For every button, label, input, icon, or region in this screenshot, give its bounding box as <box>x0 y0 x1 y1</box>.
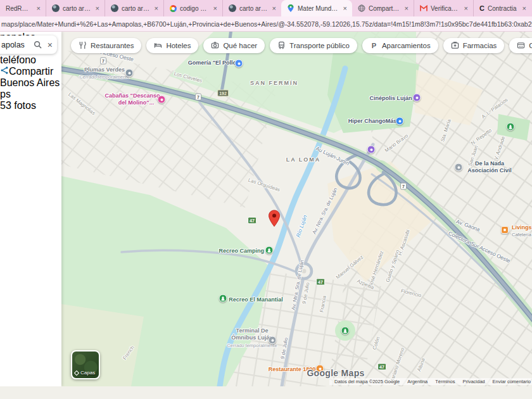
browser-tab-carto-arba-pdf[interactable]: carto arba.pdf× <box>46 0 104 16</box>
attribution-link[interactable]: Términos <box>435 379 455 384</box>
tab-close-icon[interactable]: × <box>342 4 348 12</box>
map-canvas[interactable]: Acceso OestePlumas VerdesCerrado tempora… <box>61 32 532 386</box>
chip-label: Cajeros automáticos <box>529 42 532 49</box>
chip-label: Transporte público <box>289 42 350 49</box>
tab-close-icon[interactable]: × <box>403 4 410 12</box>
search-icon[interactable] <box>30 41 45 49</box>
restaurante-marker[interactable] <box>316 365 324 373</box>
browser-tab-compartir-en-wh[interactable]: Compartir en Wh× <box>352 0 414 16</box>
manantial-marker[interactable] <box>219 294 227 303</box>
tab-label: Compartir en Wh <box>369 5 400 12</box>
chip-qu-hacer[interactable]: Qué hacer <box>203 38 265 53</box>
park-marker[interactable] <box>341 327 350 335</box>
route-shield-192: 192 <box>217 90 229 97</box>
map-pin[interactable] <box>268 210 281 230</box>
hotel-icon <box>154 41 162 51</box>
tab-close-icon[interactable]: × <box>463 4 469 12</box>
tab-label: carto arba.pdf <box>63 5 91 12</box>
livings-marker[interactable] <box>501 226 509 234</box>
browser-tab-redre-max[interactable]: RedRE/MAX× <box>0 0 46 16</box>
cabanas-marker[interactable] <box>158 96 166 104</box>
tab-label: Mater Mundi & L <box>298 5 339 12</box>
desktop-screen: RedRE/MAX×carto arba.pdf×carto arba.pdf×… <box>0 0 532 399</box>
attribution-link[interactable]: Enviar comentario <box>493 379 531 384</box>
chip-farmacias[interactable]: Farmacias <box>443 38 505 53</box>
layers-button[interactable]: Capas <box>71 350 100 379</box>
svg-text:P: P <box>372 41 377 49</box>
browser-tab-contractia[interactable]: CContractia× <box>473 0 531 16</box>
address-bar[interactable]: maps/place/Mater+Mundi+%26+Las+Amapolas,… <box>0 16 532 32</box>
tab-label: Verificación Docu <box>431 5 460 12</box>
tab-close-icon[interactable]: × <box>35 4 42 12</box>
route-shield-47: 47 <box>248 217 256 224</box>
transit-icon <box>277 41 286 51</box>
tab-close-icon[interactable]: × <box>153 4 160 12</box>
tab-label: RedRE/MAX <box>6 5 32 12</box>
browser-tab-carto-arba-pdf[interactable]: carto arba.pdf× <box>104 0 163 16</box>
tab-label: Contractia <box>488 5 518 12</box>
map-data-credit: Datos del mapa ©2025 Google <box>334 379 400 384</box>
chip-hoteles[interactable]: Hoteles <box>146 38 198 53</box>
browser-tab-verificaci-n-docu[interactable]: Verificación Docu× <box>414 0 473 16</box>
chip-cajeros-autom-ticos[interactable]: Cajeros automáticos <box>509 38 532 53</box>
layers-icon <box>74 370 79 375</box>
map-graphics <box>61 32 532 386</box>
tab-close-icon[interactable]: × <box>212 4 218 12</box>
search-input[interactable]: apolas × <box>0 35 57 54</box>
browser-tab-carto-arba-pdf[interactable]: carto arba.pdf× <box>222 0 281 16</box>
tab-close-icon[interactable]: × <box>94 4 101 12</box>
attribution-link[interactable]: Argentina <box>407 379 428 384</box>
url-text: maps/place/Mater+Mundi+%26+Las+Amapolas,… <box>0 20 532 28</box>
chip-label: Hoteles <box>166 42 191 49</box>
chip-aparcamientos[interactable]: PAparcamientos <box>362 38 438 53</box>
chip-label: Restaurantes <box>91 42 134 49</box>
tab-label: carto arba.pdf <box>239 5 268 12</box>
terminal-marker[interactable] <box>269 336 277 345</box>
cinepolis-marker[interactable] <box>413 94 421 102</box>
browser-tab-strip: RedRE/MAX×carto arba.pdf×carto arba.pdf×… <box>0 0 532 16</box>
map-attribution: Datos del mapa ©2025 GoogleArgentinaTérm… <box>329 378 532 385</box>
restaurant-icon <box>79 41 87 51</box>
asociacion-marker[interactable] <box>455 163 463 172</box>
route-shield-7: 7 <box>195 94 201 101</box>
route-shield-7: 7 <box>100 58 106 65</box>
place-panel: apolas × napolas Enviar al teléfonoCompa… <box>0 32 61 386</box>
camping-marker[interactable] <box>265 246 274 255</box>
parking-icon: P <box>370 41 378 51</box>
search-value: apolas <box>0 41 30 49</box>
attribution-link[interactable]: Privacidad <box>463 379 485 384</box>
hotel-marker[interactable] <box>125 69 134 77</box>
chip-label: Aparcamientos <box>382 42 431 49</box>
park-marker[interactable] <box>507 123 515 131</box>
browser-tab-codigo-postal-de[interactable]: codigo postal de× <box>163 0 222 16</box>
chip-label: Qué hacer <box>223 42 257 49</box>
category-chip-bar: RestaurantesHotelesQué hacerTransporte p… <box>71 38 532 53</box>
tab-close-icon[interactable]: × <box>521 4 528 12</box>
chip-transporte-p-blico[interactable]: Transporte público <box>270 38 357 53</box>
route-shield-7: 7 <box>400 183 407 190</box>
layers-label: Capas <box>80 370 95 376</box>
browser-tab-mater-mundi-l[interactable]: Mater Mundi & L× <box>281 0 352 16</box>
gomeria-marker[interactable] <box>235 60 243 68</box>
atm-icon <box>517 41 525 51</box>
camera-icon <box>211 41 219 51</box>
tab-close-icon[interactable]: × <box>271 4 277 12</box>
maps-window: Acceso OestePlumas VerdesCerrado tempora… <box>0 32 532 386</box>
chip-restaurantes[interactable]: Restaurantes <box>71 38 141 53</box>
search-clear-icon[interactable]: × <box>45 40 57 50</box>
route-shield-47: 47 <box>377 364 386 370</box>
hiper-marker[interactable] <box>396 117 404 125</box>
attraction-marker[interactable] <box>367 146 376 154</box>
place-photo[interactable] <box>0 57 61 118</box>
route-shield-47: 47 <box>316 279 325 286</box>
tab-label: codigo postal de <box>180 5 209 12</box>
tab-label: carto arba.pdf <box>122 5 150 12</box>
pharmacy-icon <box>451 41 459 51</box>
chip-label: Farmacias <box>463 42 497 49</box>
